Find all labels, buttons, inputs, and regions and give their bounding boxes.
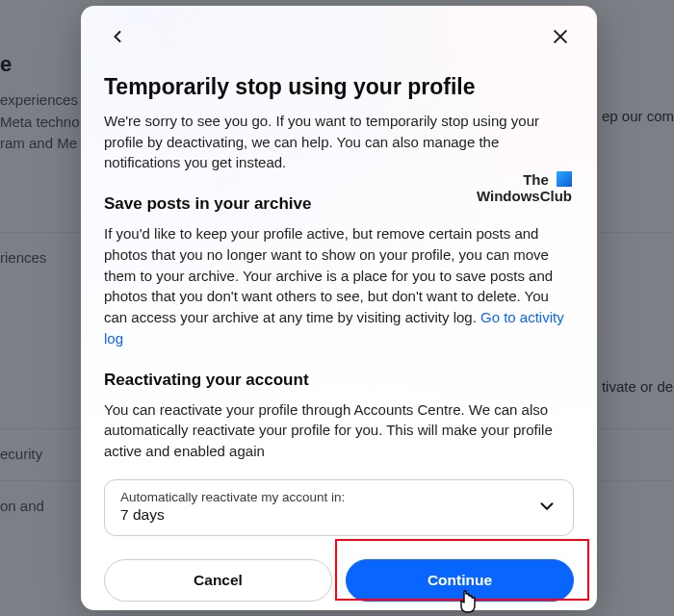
watermark: The WindowsClub bbox=[477, 171, 572, 204]
dropdown-label: Automatically reactivate my account in: bbox=[120, 490, 345, 504]
save-archive-heading: Save posts in your archive bbox=[104, 194, 311, 214]
modal-title: Temporarily stop using your profile bbox=[104, 73, 574, 101]
modal-footer: Cancel Continue bbox=[104, 536, 574, 602]
deactivate-modal: Temporarily stop using your profile We'r… bbox=[81, 6, 597, 610]
save-archive-body: If you'd like to keep your profile activ… bbox=[104, 223, 574, 349]
close-button[interactable] bbox=[547, 23, 574, 50]
back-button[interactable] bbox=[104, 23, 131, 50]
chevron-down-icon bbox=[536, 496, 557, 517]
modal-header bbox=[104, 23, 574, 50]
chevron-left-icon bbox=[108, 27, 127, 46]
modal-intro: We're sorry to see you go. If you want t… bbox=[104, 111, 574, 173]
continue-button[interactable]: Continue bbox=[346, 559, 574, 602]
reactivate-body: You can reactivate your profile through … bbox=[104, 399, 574, 462]
watermark-line1: The bbox=[523, 171, 549, 188]
watermark-square-icon bbox=[557, 171, 572, 187]
watermark-line2: WindowsClub bbox=[477, 189, 572, 205]
close-icon bbox=[551, 27, 570, 46]
cancel-button[interactable]: Cancel bbox=[104, 559, 332, 602]
dropdown-value: 7 days bbox=[120, 506, 345, 524]
reactivate-heading: Reactivating your account bbox=[104, 371, 574, 390]
auto-reactivate-dropdown[interactable]: Automatically reactivate my account in: … bbox=[104, 479, 574, 536]
